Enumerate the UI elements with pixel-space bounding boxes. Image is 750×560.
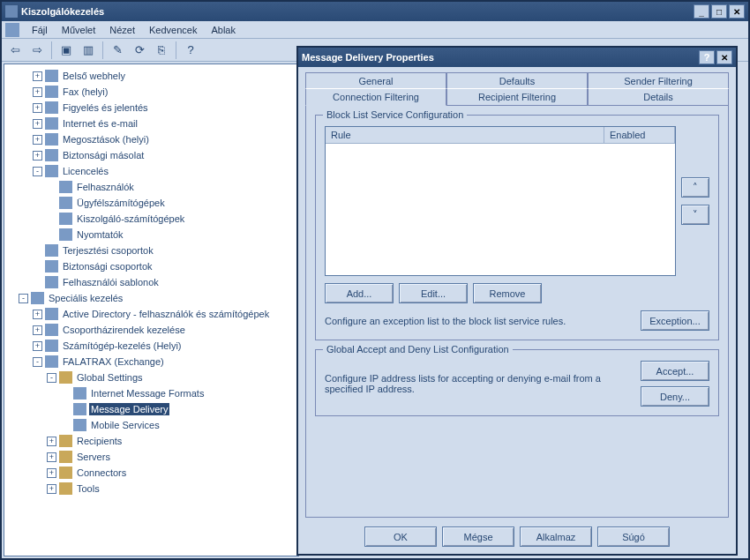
minimize-button[interactable]: _ <box>694 4 709 19</box>
tree-label[interactable]: Connectors <box>75 467 128 479</box>
tree-toggle-icon[interactable]: + <box>33 341 42 351</box>
accept-button[interactable]: Accept... <box>641 361 709 381</box>
tree-toggle-icon[interactable]: + <box>33 310 42 319</box>
tree-label[interactable]: Figyelés és jelentés <box>61 101 150 114</box>
tree-item[interactable]: Ügyfélszámítógépek <box>4 195 298 211</box>
tree-toggle-icon[interactable]: - <box>47 373 56 383</box>
tree-toggle-icon[interactable]: + <box>47 437 56 446</box>
up-button[interactable]: ▣ <box>56 41 76 60</box>
tree-item[interactable]: +Számítógép-kezelés (Helyi) <box>4 338 298 354</box>
tree-item[interactable]: Mobile Services <box>4 417 298 433</box>
tree-label[interactable]: Message Delivery <box>89 403 169 415</box>
ok-button[interactable]: OK <box>364 526 437 547</box>
tree-item[interactable]: Terjesztési csoportok <box>4 243 298 258</box>
tree-item[interactable]: -FALATRAX (Exchange) <box>4 354 298 370</box>
export-button[interactable]: ⎘ <box>152 41 171 60</box>
tree-label[interactable]: Speciális kezelés <box>47 292 124 304</box>
cancel-button[interactable]: Mégse <box>442 526 514 547</box>
move-up-button[interactable]: ˄ <box>681 177 709 198</box>
tree-label[interactable]: Global Settings <box>75 371 145 384</box>
help-button[interactable]: ? <box>181 41 200 60</box>
tree-item[interactable]: +Recipients <box>4 433 298 449</box>
tree-item[interactable]: Felhasználói sablonok <box>4 274 298 290</box>
add-button[interactable]: Add... <box>325 283 394 303</box>
tree-item[interactable]: +Csoportházirendek kezelése <box>4 322 298 338</box>
tree-item[interactable]: Felhasználók <box>4 179 298 195</box>
close-button[interactable]: ✕ <box>729 4 745 19</box>
tree-item[interactable]: +Connectors <box>4 465 298 481</box>
tree-item[interactable]: +Figyelés és jelentés <box>4 100 298 116</box>
tree-item[interactable]: -Speciális kezelés <box>4 290 298 306</box>
menu-file[interactable]: Fájl <box>25 23 55 37</box>
tree-toggle-icon[interactable]: + <box>33 119 42 129</box>
tree-label[interactable]: Internet és e-mail <box>61 117 139 130</box>
tree-label[interactable]: Számítógép-kezelés (Helyi) <box>61 340 184 352</box>
tree-panel[interactable]: +Belső webhely+Fax (helyi)+Figyelés és j… <box>4 63 299 556</box>
tree-item[interactable]: +Megosztások (helyi) <box>4 131 298 147</box>
tree-toggle-icon[interactable]: + <box>33 103 42 113</box>
exception-button[interactable]: Exception... <box>641 310 709 331</box>
tab-sender-filtering[interactable]: Sender Filtering <box>588 72 729 89</box>
tree-toggle-icon[interactable]: + <box>47 468 56 478</box>
rules-listbox[interactable]: Rule Enabled <box>325 126 676 276</box>
tree-item[interactable]: Kiszolgáló-számítógépek <box>4 211 298 227</box>
tree-item[interactable]: Message Delivery <box>4 401 298 417</box>
menu-action[interactable]: Művelet <box>55 23 103 37</box>
tree-toggle-icon[interactable]: + <box>33 71 42 81</box>
tree-label[interactable]: Megosztások (helyi) <box>61 133 151 146</box>
show-hide-tree-button[interactable]: ▥ <box>79 41 98 60</box>
tree-item[interactable]: Biztonsági csoportok <box>4 258 298 274</box>
tree-label[interactable]: Servers <box>75 451 112 463</box>
tree-item[interactable]: +Belső webhely <box>4 68 298 84</box>
tree-toggle-icon[interactable]: - <box>33 167 42 176</box>
tree-label[interactable]: Recipients <box>75 435 124 447</box>
tab-details[interactable]: Details <box>588 88 729 106</box>
tree-item[interactable]: +Tools <box>4 481 298 497</box>
edit-button[interactable]: Edit... <box>399 283 468 303</box>
tree-label[interactable]: Csoportházirendek kezelése <box>61 324 187 336</box>
tree-label[interactable]: Nyomtatók <box>75 228 125 241</box>
menu-window[interactable]: Ablak <box>204 23 243 37</box>
tree-label[interactable]: Licencelés <box>61 165 110 177</box>
dialog-close-button[interactable]: ✕ <box>716 50 732 64</box>
tree-toggle-icon[interactable]: + <box>33 325 42 335</box>
refresh-button[interactable]: ⟳ <box>130 41 149 60</box>
tree-label[interactable]: Biztonsági csoportok <box>61 260 154 273</box>
tree-label[interactable]: Tools <box>75 482 101 495</box>
tree-label[interactable]: FALATRAX (Exchange) <box>61 355 166 368</box>
col-rule[interactable]: Rule <box>326 127 604 143</box>
tree-label[interactable]: Felhasználók <box>75 181 136 193</box>
maximize-button[interactable]: □ <box>711 4 727 19</box>
apply-button[interactable]: Alkalmaz <box>520 526 592 547</box>
tree-label[interactable]: Fax (helyi) <box>61 86 109 98</box>
tree-label[interactable]: Belső webhely <box>61 70 127 82</box>
tree-item[interactable]: +Internet és e-mail <box>4 116 298 131</box>
tree-toggle-icon[interactable]: + <box>33 87 42 97</box>
tree-toggle-icon[interactable]: + <box>47 484 56 494</box>
menu-favorites[interactable]: Kedvencek <box>142 23 204 37</box>
nav-back-button[interactable]: ⇦ <box>5 41 25 60</box>
col-enabled[interactable]: Enabled <box>604 127 675 143</box>
tree-toggle-icon[interactable]: + <box>33 135 42 145</box>
tree-item[interactable]: +Servers <box>4 449 298 465</box>
nav-forward-button[interactable]: ⇨ <box>27 41 47 60</box>
tree-label[interactable]: Internet Message Formats <box>89 387 206 399</box>
tree-label[interactable]: Kiszolgáló-számítógépek <box>75 213 186 225</box>
tree-item[interactable]: -Licencelés <box>4 163 298 179</box>
tree-item[interactable]: Internet Message Formats <box>4 385 298 401</box>
tree-item[interactable]: +Active Directory - felhasználók és szám… <box>4 306 298 322</box>
tree-toggle-icon[interactable]: - <box>33 357 42 367</box>
help-footer-button[interactable]: Súgó <box>597 526 670 547</box>
tree-item[interactable]: Nyomtatók <box>4 227 298 243</box>
tree-label[interactable]: Mobile Services <box>89 419 161 431</box>
tree-toggle-icon[interactable]: - <box>19 294 28 303</box>
tree-item[interactable]: -Global Settings <box>4 370 298 385</box>
tree-label[interactable]: Terjesztési csoportok <box>61 244 155 257</box>
deny-button[interactable]: Deny... <box>641 386 709 407</box>
tab-general[interactable]: General <box>305 72 446 89</box>
tree-label[interactable]: Active Directory - felhasználók és számí… <box>61 308 271 320</box>
tab-defaults[interactable]: Defaults <box>446 72 588 89</box>
tree-toggle-icon[interactable]: + <box>33 151 42 161</box>
menu-view[interactable]: Nézet <box>102 23 142 37</box>
move-down-button[interactable]: ˅ <box>681 205 709 225</box>
